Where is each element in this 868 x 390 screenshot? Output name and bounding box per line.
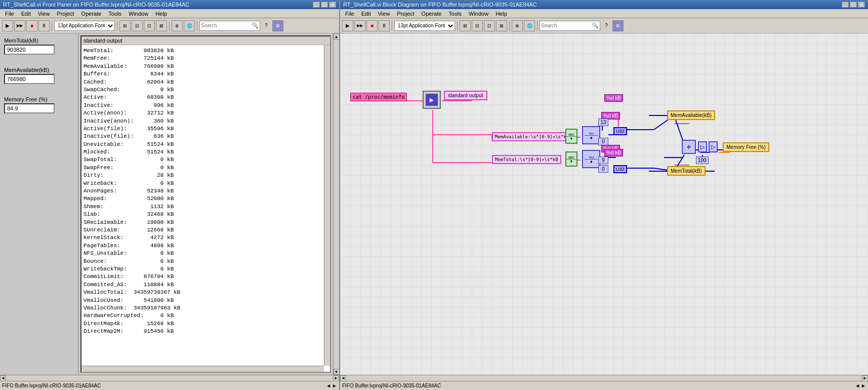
right-env-btn[interactable]: 🌐 xyxy=(524,20,535,31)
left-resize-btn[interactable]: ⊡ xyxy=(144,20,155,31)
left-run-btn[interactable]: ▶ xyxy=(2,20,13,31)
u32-indicator-1[interactable]: U32 xyxy=(613,127,627,135)
left-menu-edit[interactable]: Edit xyxy=(18,10,34,17)
divide-node[interactable]: ÷ xyxy=(682,140,696,154)
right-close-btn[interactable]: ✕ xyxy=(858,2,865,8)
right-order-btn[interactable]: ⊠ xyxy=(496,20,507,31)
left-menu-help[interactable]: Help xyxy=(152,10,170,17)
right-status-path: FIFO Buffer.lvproj/NI-cRIO-9035-01AE84AC xyxy=(342,383,853,388)
right-run-cont-btn[interactable]: ▶▶ xyxy=(354,20,365,31)
right-scrollbar-bottom[interactable]: ◄ ► xyxy=(340,375,868,381)
mem-total-label: MemTotal(kB) xyxy=(4,37,74,44)
right-search-input[interactable] xyxy=(541,23,592,28)
exec-node[interactable]: ► xyxy=(423,91,441,109)
left-extra-btn[interactable]: ⊞ xyxy=(272,20,283,31)
right-menu-window[interactable]: Window xyxy=(466,10,491,17)
fp-scroll-down[interactable]: ▼ xyxy=(334,369,340,375)
right-search-box[interactable]: 🔍 xyxy=(540,21,600,31)
left-abort-btn[interactable]: ■ xyxy=(26,20,37,31)
left-search-icon[interactable]: 🔍 xyxy=(252,22,259,29)
right-menu-help[interactable]: Help xyxy=(492,10,510,17)
mem-avail-regex-node[interactable]: MemAvailable:\s*[0-9]+\s*kB xyxy=(492,132,572,141)
mem-total-regex: MemTotal:\s*[0-9]+\s*kB xyxy=(492,155,561,164)
num-0-1-const[interactable]: 0 xyxy=(598,138,608,145)
right-status-left-arrow[interactable]: ◄ xyxy=(855,383,860,388)
num-100-const[interactable]: 100 xyxy=(696,157,709,164)
left-run-cont-btn[interactable]: ▶▶ xyxy=(14,20,25,31)
right-tb-sep4 xyxy=(537,21,538,31)
left-close-btn[interactable]: ✕ xyxy=(329,2,336,8)
right-dist-btn[interactable]: ⊟ xyxy=(472,20,483,31)
u32-indicator-2[interactable]: U32 xyxy=(613,165,627,173)
num-13-const[interactable]: 13 xyxy=(598,119,608,126)
fp-main: standard output MemTotal: 903820 kB MemF… xyxy=(78,33,333,375)
right-menu-edit[interactable]: Edit xyxy=(358,10,374,17)
scan-node-1[interactable]: %d ◆ xyxy=(582,126,600,144)
mem-total-indicator-label: MemTotal(kB) xyxy=(667,166,706,176)
right-minimize-btn[interactable]: _ xyxy=(842,2,849,8)
right-zoom-btn[interactable]: ⊕ xyxy=(512,20,523,31)
right-menu-operate[interactable]: Operate xyxy=(419,10,445,17)
left-align-btn[interactable]: ⊞ xyxy=(119,20,131,31)
match-node-1[interactable]: abc ▼ xyxy=(565,129,577,144)
left-pause-btn[interactable]: ⏸ xyxy=(38,20,50,31)
num-0-2-const[interactable]: 0 xyxy=(598,165,608,173)
right-menu-project[interactable]: Project xyxy=(394,10,417,17)
mem-total-value: 903820 xyxy=(4,45,55,55)
right-menu-tools[interactable]: Tools xyxy=(445,10,465,17)
right-search-icon[interactable]: 🔍 xyxy=(592,22,599,29)
left-maximize-btn[interactable]: □ xyxy=(321,2,328,8)
left-menu-file[interactable]: File xyxy=(2,10,17,17)
fp-scroll-right[interactable]: ► xyxy=(333,375,339,381)
left-menu-operate[interactable]: Operate xyxy=(78,10,105,17)
left-search-box[interactable]: 🔍 xyxy=(199,21,260,31)
left-order-btn[interactable]: ⊠ xyxy=(156,20,167,31)
right-align-btn[interactable]: ⊞ xyxy=(460,20,471,31)
right-extra-btn[interactable]: ⊞ xyxy=(612,20,624,31)
fp-scroll-up[interactable]: ▲ xyxy=(334,33,340,40)
left-title: RT_ShellCall.vi Front Panel on FIFO Buff… xyxy=(3,2,189,8)
right-abort-btn[interactable]: ■ xyxy=(366,20,378,31)
memory-free-control: Memory Free (%) 84.9 xyxy=(4,96,74,113)
right-resize-btn[interactable]: ⊡ xyxy=(484,20,495,31)
left-font-dropdown[interactable]: 13pt Application Font xyxy=(54,21,115,31)
left-status-right-arrow[interactable]: ► xyxy=(332,383,337,388)
right-status-right-arrow[interactable]: ► xyxy=(861,383,866,388)
right-run-btn[interactable]: ▶ xyxy=(342,20,353,31)
gt-node-1[interactable]: ▷ xyxy=(698,141,707,152)
so-scrollbar-vertical[interactable] xyxy=(324,45,330,366)
gt-node-2[interactable]: ▷ xyxy=(709,141,718,152)
left-help-btn[interactable]: ? xyxy=(261,21,271,31)
left-dist-btn[interactable]: ⊟ xyxy=(132,20,143,31)
left-menu-window[interactable]: Window xyxy=(126,10,151,17)
scan-node-2[interactable]: %d ◆ xyxy=(582,150,600,168)
match-node-2[interactable]: abc ▼ xyxy=(565,151,577,167)
right-tb-sep3 xyxy=(509,21,510,31)
front-panel-content: MemTotal(kB) 903820 MemAvailable(kB) 766… xyxy=(0,33,339,375)
right-menu-file[interactable]: File xyxy=(342,10,357,17)
left-status-left-arrow[interactable]: ◄ xyxy=(326,383,331,388)
left-minimize-btn[interactable]: _ xyxy=(313,2,320,8)
fp-scrollbar-bottom[interactable]: ◄ ► xyxy=(0,375,339,381)
left-menu-tools[interactable]: Tools xyxy=(105,10,125,17)
fp-scroll-left[interactable]: ◄ xyxy=(0,375,6,381)
cat-cmd-node[interactable]: cat /proc/meminfo xyxy=(350,93,407,101)
right-menu-view[interactable]: View xyxy=(375,10,393,17)
num-9-const[interactable]: 9 xyxy=(598,157,608,164)
so-scrollbar-horizontal[interactable] xyxy=(81,366,324,372)
left-search-input[interactable] xyxy=(201,23,252,28)
left-menu-project[interactable]: Project xyxy=(54,10,77,17)
right-scroll-left[interactable]: ◄ xyxy=(340,375,346,381)
left-env-btn[interactable]: 🌐 xyxy=(184,20,195,31)
left-zoom-btn[interactable]: ⊕ xyxy=(172,20,183,31)
right-pause-btn[interactable]: ⏸ xyxy=(379,20,390,31)
fp-scrollbar-right[interactable]: ▲ ▼ xyxy=(333,33,339,375)
right-scroll-right[interactable]: ► xyxy=(862,375,868,381)
right-maximize-btn[interactable]: □ xyxy=(850,2,857,8)
right-font-dropdown[interactable]: 13pt Application Font xyxy=(394,21,455,31)
mem-total-regex-node[interactable]: MemTotal:\s*[0-9]+\s*kB xyxy=(492,155,561,164)
left-menu-view[interactable]: View xyxy=(35,10,53,17)
pct-d-top-1[interactable]: %d kB xyxy=(604,94,623,102)
pct-d-mid-2[interactable]: %d kB xyxy=(604,149,623,157)
right-help-btn[interactable]: ? xyxy=(601,21,611,31)
